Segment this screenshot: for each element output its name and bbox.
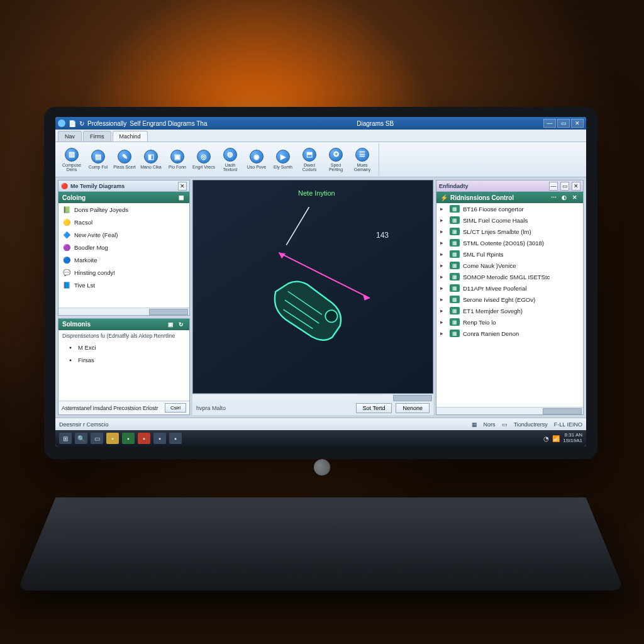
- panel-max-button[interactable]: ▭: [560, 182, 569, 191]
- list-item-label: D11APr Mivee Pooferial: [463, 285, 526, 292]
- solmon-csirl-button[interactable]: Csirl: [165, 403, 186, 413]
- expander-icon[interactable]: ▸: [440, 217, 447, 223]
- tree-item[interactable]: ▸▦SL/CT Lnjes Smalbte (lm): [436, 226, 583, 237]
- scrollbar-horizontal[interactable]: [58, 308, 189, 315]
- ribbon-icon: ▥: [65, 148, 79, 162]
- tree-item[interactable]: ▸▦SOMOP Merodic SMGL ISETStc: [436, 271, 583, 282]
- module-icon: ▦: [450, 284, 460, 292]
- ribbon-button[interactable]: ▥Compose Dens: [59, 147, 84, 173]
- taskbar-app4[interactable]: ▪: [153, 433, 166, 444]
- ribbon-label: Mues Gemany: [350, 163, 375, 172]
- tree-item[interactable]: 🔵Markoite: [58, 253, 189, 266]
- ribbon-button[interactable]: ▶Ely Somh: [270, 148, 296, 170]
- sot-tertd-button[interactable]: Sot Tertd: [356, 403, 392, 413]
- list-item-label: BT16 Fioose congertor: [463, 206, 524, 213]
- ribbon-button[interactable]: ▤Comp Fol: [86, 148, 111, 170]
- lightning-icon: ⚡: [440, 194, 448, 201]
- tray-network-icon[interactable]: 📶: [552, 435, 560, 442]
- solmon-action2-icon[interactable]: ↻: [177, 320, 186, 329]
- ribbon-icon: ◎: [197, 150, 211, 164]
- solmon-action1-icon[interactable]: ▣: [166, 320, 175, 329]
- solmon-item[interactable]: ▪Firsas: [62, 354, 186, 367]
- scrollbar-horizontal[interactable]: [436, 407, 583, 414]
- expander-icon[interactable]: ▸: [440, 240, 447, 246]
- list-item-label: Markoite: [74, 257, 97, 264]
- tree-item[interactable]: ▸▦D11APr Mivee Pooferial: [436, 282, 583, 294]
- search-button[interactable]: 🔍: [75, 433, 87, 444]
- tree-item[interactable]: 🟡Racsol: [58, 216, 189, 228]
- section-opt3-icon[interactable]: ✕: [570, 193, 579, 202]
- tree-item[interactable]: ▸▦Serone Ivised Eght (EGOv): [436, 294, 583, 305]
- maximize-button[interactable]: ▭: [557, 119, 570, 128]
- taskbar-clock[interactable]: 8:31 AN 1SI19A1: [563, 433, 582, 444]
- ribbon-button[interactable]: ◍Uadh Textord: [218, 147, 243, 173]
- solmon-item[interactable]: ▪M Exci: [62, 341, 186, 354]
- taskview-button[interactable]: ▭: [91, 433, 103, 444]
- start-button[interactable]: ⊞: [59, 433, 72, 444]
- ribbon-button[interactable]: ✎Pless Scert: [112, 148, 137, 170]
- tab-nav[interactable]: Nav: [58, 131, 82, 142]
- expander-icon[interactable]: ▸: [440, 262, 447, 269]
- ribbon-button[interactable]: ✪Sped Perting: [323, 147, 348, 173]
- tree-item[interactable]: 🔷New Avite (Feal): [58, 228, 189, 241]
- expander-icon[interactable]: ▸: [440, 206, 447, 212]
- title-quick1[interactable]: 📄: [69, 120, 76, 127]
- nenone-button[interactable]: Nenone: [396, 403, 430, 413]
- taskbar-app5[interactable]: ▪: [169, 433, 182, 444]
- tree-item[interactable]: 📘Tive Lst: [58, 279, 189, 291]
- list-item-label: M Exci: [78, 344, 96, 351]
- ribbon-button[interactable]: ⬒Dwed Codors: [297, 147, 322, 173]
- expander-icon[interactable]: ▸: [440, 330, 447, 336]
- 3d-viewport[interactable]: Nete Inytion 143: [192, 180, 433, 394]
- status-box-icon[interactable]: ▭: [502, 421, 508, 428]
- tree-item[interactable]: ▸▦STML Ootente (2O015) (3018): [436, 237, 583, 248]
- title-quick2[interactable]: ↻: [79, 120, 84, 127]
- tree-item[interactable]: ▸▦ET1 Memjder Sovegh): [436, 305, 583, 316]
- panel-min-button[interactable]: —: [549, 182, 558, 191]
- tree-item[interactable]: ▸▦SML Ful Rpints: [436, 248, 583, 260]
- expander-icon[interactable]: ▸: [440, 274, 447, 280]
- tab-firms[interactable]: Firms: [83, 131, 111, 142]
- status-grid-icon[interactable]: ▦: [472, 421, 477, 428]
- expander-icon[interactable]: ▸: [440, 228, 447, 235]
- section-label: Ridnisnsions Control: [450, 194, 514, 201]
- section-action-icon[interactable]: ▦: [177, 193, 186, 202]
- expander-icon[interactable]: ▸: [440, 308, 447, 314]
- tree-item[interactable]: 📗Dons Pailtey Joyeds: [58, 203, 189, 216]
- section-opt2-icon[interactable]: ◐: [560, 193, 569, 202]
- tree-item[interactable]: ▸▦SIML Fuel Coome Haals: [436, 214, 583, 226]
- tree-item[interactable]: 🟣Boodler Mog: [58, 241, 189, 253]
- taskbar-app2[interactable]: ▪: [122, 433, 135, 444]
- panel-section-coloing[interactable]: Coloing ▦: [58, 192, 189, 203]
- expander-icon[interactable]: ▸: [440, 251, 447, 257]
- panel-close-button[interactable]: ✕: [572, 182, 580, 191]
- expander-icon[interactable]: ▸: [440, 319, 447, 325]
- tree-item[interactable]: 💬Hinsting condy!: [58, 266, 189, 279]
- ribbon-button[interactable]: ◎Engrl Vrecs: [191, 148, 216, 170]
- tree-item[interactable]: ▸▦Renp Teio lo: [436, 316, 583, 328]
- taskbar-app3[interactable]: ▪: [138, 433, 150, 444]
- expander-icon[interactable]: ▸: [440, 296, 447, 303]
- taskbar-app1[interactable]: ▪: [106, 433, 119, 444]
- item-icon: 🟡: [62, 218, 71, 226]
- tab-machind[interactable]: Machind: [113, 131, 148, 142]
- tray-icon[interactable]: ◔: [543, 435, 549, 442]
- viewport-scrollbar[interactable]: [192, 394, 433, 401]
- panel-close-button[interactable]: ✕: [178, 182, 187, 191]
- tree-item[interactable]: ▸▦BT16 Fioose congertor: [436, 203, 583, 214]
- ribbon-button[interactable]: ▣Pio Fonn: [165, 148, 190, 170]
- ribbon-button[interactable]: ☰Mues Gemany: [350, 147, 375, 173]
- close-button[interactable]: ✕: [571, 119, 584, 128]
- tree-item[interactable]: ▸▦Conra Ranien Denon: [436, 328, 583, 339]
- ribbon-button[interactable]: ◉Uso Pove: [244, 148, 269, 170]
- ribbon-button[interactable]: ◧Mano Clka: [138, 148, 164, 170]
- expander-icon[interactable]: ▸: [440, 285, 447, 291]
- ribbon-icon: ✪: [329, 148, 343, 162]
- tree-item[interactable]: ▸▦Come Nauk )Venice: [436, 260, 583, 271]
- minimize-button[interactable]: —: [543, 119, 556, 128]
- center-footer-label: hvpra Malto: [196, 405, 352, 411]
- ribbon-icon: ◍: [223, 148, 237, 162]
- section-opt1-icon[interactable]: ⋯: [549, 193, 558, 202]
- panel-section-control[interactable]: ⚡ Ridnisnsions Control ⋯ ◐ ✕: [436, 192, 583, 203]
- ribbon-icon: ☰: [355, 148, 369, 162]
